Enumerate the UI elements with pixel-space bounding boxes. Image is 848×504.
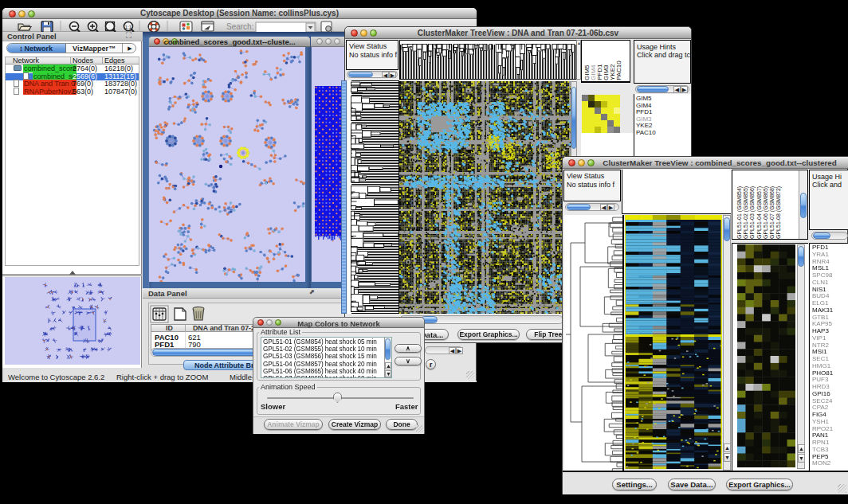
svg-text:Search:: Search: xyxy=(226,22,253,31)
svg-text:1:1: 1:1 xyxy=(125,25,132,29)
